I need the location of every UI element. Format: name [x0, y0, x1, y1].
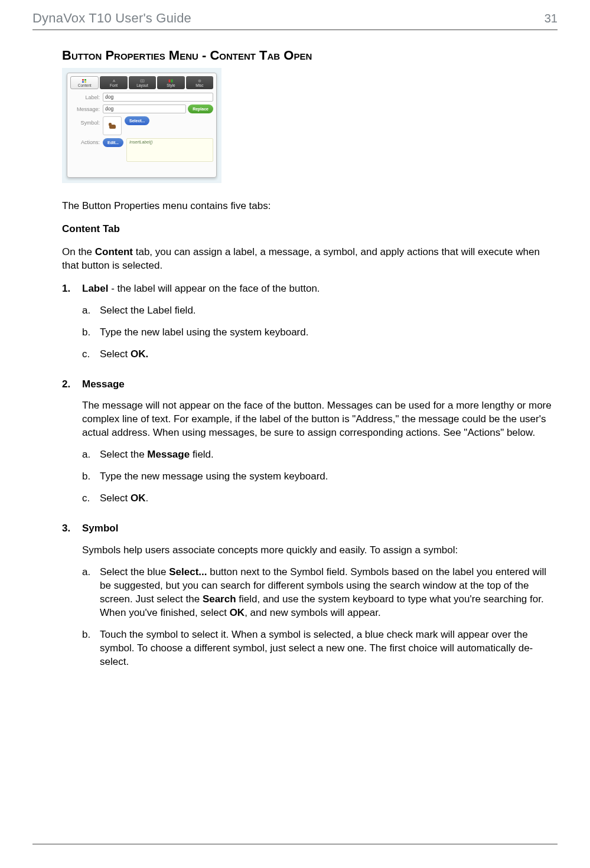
message-field-label: Message: — [70, 106, 103, 112]
tab-content[interactable]: Content — [70, 76, 99, 89]
step-1-marker: 1. — [62, 282, 82, 370]
select-symbol-button[interactable]: Select... — [125, 116, 149, 125]
tab-style-label: Style — [167, 83, 175, 87]
header-divider — [32, 30, 558, 30]
tab-misc-label: Misc — [195, 83, 203, 87]
page-number: 31 — [545, 12, 558, 25]
step-3-desc: Symbols help users associate concepts mo… — [82, 544, 558, 557]
actions-field-label: Actions: — [70, 138, 103, 145]
svg-rect-8 — [171, 79, 173, 82]
step-3b: b. Touch the symbol to select it. When a… — [82, 628, 558, 669]
section-heading: Button Properties Menu - Content Tab Ope… — [62, 48, 558, 63]
tab-style[interactable]: Style — [157, 76, 184, 89]
svg-text:A: A — [113, 79, 115, 83]
svg-rect-3 — [84, 81, 86, 83]
replace-button[interactable]: Replace — [188, 105, 213, 113]
step-1c: c. Select OK. — [82, 348, 558, 361]
step-1a: a. Select the Label field. — [82, 304, 558, 318]
dog-icon — [108, 122, 116, 130]
svg-point-10 — [199, 80, 200, 81]
step-1b: b. Type the new label using the system k… — [82, 326, 558, 340]
step-3-marker: 3. — [62, 522, 82, 677]
actions-list: InsertLabel() — [126, 138, 213, 162]
step-3: 3. Symbol Symbols help users associate c… — [62, 522, 558, 677]
footer-divider — [32, 844, 558, 844]
tab-font[interactable]: A Font — [100, 76, 127, 89]
step-1: 1. Label - the label will appear on the … — [62, 282, 558, 370]
step-2: 2. Message The message will not appear o… — [62, 378, 558, 514]
symbol-preview[interactable] — [103, 116, 122, 135]
message-input[interactable]: dog — [103, 105, 186, 113]
page-header: DynaVox T10 User's Guide 31 — [32, 11, 558, 26]
step-2c: c. Select OK. — [82, 492, 558, 505]
tab-font-label: Font — [110, 83, 118, 87]
doc-title: DynaVox T10 User's Guide — [32, 11, 191, 26]
tab-layout-label: Layout — [136, 83, 148, 87]
edit-actions-button[interactable]: Edit... — [103, 138, 123, 147]
content-tab-description: On the Content tab, you can assign a lab… — [62, 246, 558, 273]
screenshot-mockup: Content A Font Layout Style — [62, 68, 221, 183]
content-tab-title: Content Tab — [62, 223, 558, 236]
label-field-label: Label: — [70, 94, 103, 100]
svg-rect-7 — [169, 79, 171, 82]
svg-rect-0 — [82, 79, 84, 81]
symbol-field-label: Symbol: — [70, 116, 103, 126]
svg-rect-2 — [82, 81, 84, 83]
tab-misc[interactable]: Misc — [186, 76, 213, 89]
step-2a: a. Select the Message field. — [82, 448, 558, 462]
label-input[interactable]: dog — [103, 93, 213, 102]
step-2b: b. Type the new message using the system… — [82, 470, 558, 484]
svg-rect-1 — [84, 79, 86, 81]
intro-text: The Button Properties menu contains five… — [62, 200, 558, 213]
tab-content-label: Content — [78, 83, 92, 87]
step-2-marker: 2. — [62, 378, 82, 514]
tab-layout[interactable]: Layout — [129, 76, 156, 89]
step-2-desc: The message will not appear on the face … — [82, 399, 558, 440]
step-3a: a. Select the blue Select... button next… — [82, 566, 558, 620]
